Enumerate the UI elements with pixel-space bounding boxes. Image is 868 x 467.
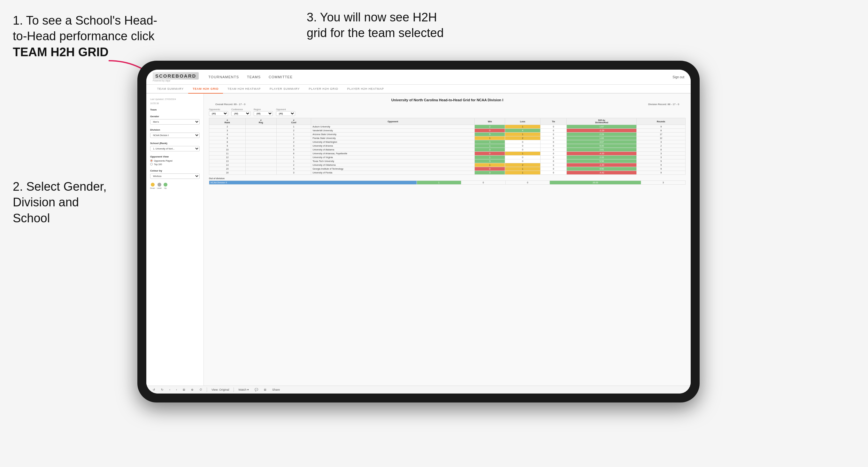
legend-down: Down: [150, 183, 155, 189]
cell-conf: 4: [276, 167, 311, 171]
col-rounds: Rounds: [637, 118, 686, 125]
tab-player-h2h-heatmap[interactable]: PLAYER H2H HEATMAP: [343, 85, 389, 94]
toolbar-share[interactable]: Share: [271, 387, 281, 392]
sign-out-link[interactable]: Sign out: [673, 75, 684, 79]
cell-loss: 1: [505, 132, 540, 136]
cell-win: 0: [475, 152, 505, 156]
cell-tie: 0: [540, 159, 567, 163]
cell-rank: 12: [209, 156, 246, 159]
colour-by-select[interactable]: Win/loss: [150, 174, 200, 179]
tab-player-summary[interactable]: PLAYER SUMMARY: [265, 85, 304, 94]
toolbar-comment[interactable]: 💬: [253, 387, 259, 392]
cell-rank: 10: [209, 148, 246, 152]
table-row: 6 2 Florida State University 1 2 0 1.83 …: [209, 136, 686, 140]
toolbar-clock[interactable]: ⏱: [198, 387, 204, 392]
cell-rounds: 12: [637, 136, 686, 140]
toolbar-copy[interactable]: ⊞: [182, 387, 187, 392]
cell-win: 0: [475, 129, 505, 132]
cell-diff: -4.33: [567, 152, 637, 156]
cell-opponent: Florida State University: [311, 136, 475, 140]
tab-team-h2h-heatmap[interactable]: TEAM H2H HEATMAP: [223, 85, 265, 94]
overall-record-label: Overall Record:: [215, 103, 233, 106]
left-panel: Last Updated: 27/03/2024 16:55:38 Team G…: [146, 94, 204, 385]
cell-opponent: Auburn University: [311, 125, 475, 129]
cell-conf: 6: [276, 152, 311, 156]
cell-win: 0: [475, 167, 505, 171]
cell-opponent: Arizona State University: [311, 132, 475, 136]
cell-conf: 1: [276, 156, 311, 159]
cell-win: 5: [475, 132, 505, 136]
col-loss: Loss: [505, 118, 540, 125]
table-row: 11 6 University of Arkansas, Fayettevill…: [209, 152, 686, 156]
division-record: Division Record: 88 - 17 - 0: [648, 103, 679, 106]
toolbar-view[interactable]: View: Original: [210, 387, 230, 392]
cell-win: 3: [475, 159, 505, 163]
division-select[interactable]: NCAA Division I NCAA Division II NCAA Di…: [150, 132, 200, 138]
out-of-div-label: Out of division: [209, 177, 686, 180]
cell-rank: 4: [209, 132, 246, 136]
opponent-filter-label: Opponent: [276, 108, 295, 111]
cell-rounds: 9: [637, 171, 686, 175]
toolbar-next[interactable]: ›: [175, 387, 178, 392]
toolbar-prev[interactable]: ‹: [168, 387, 172, 392]
cell-opponent: University of Alabama: [311, 148, 475, 152]
cell-opponent: University of Florida: [311, 171, 475, 175]
radio-top100[interactable]: Top 100: [150, 163, 200, 165]
overall-record: Overall Record: 89 - 17 - 0: [215, 103, 245, 106]
toolbar-grid-view[interactable]: ⊞: [262, 387, 268, 392]
cell-rank: 13: [209, 159, 246, 163]
cell-conf: 3: [276, 144, 311, 148]
conference-filter-select[interactable]: (All): [231, 111, 250, 116]
cell-rounds: 3: [641, 181, 686, 185]
cell-diff: 1.83: [567, 136, 637, 140]
division-record-value: 88 - 17 - 0: [668, 103, 679, 106]
last-updated-section: Last Updated: 27/03/2024 16:55:38: [150, 98, 200, 104]
grid-records: Overall Record: 89 - 17 - 0 Division Rec…: [209, 103, 686, 106]
toolbar-redo[interactable]: ↻: [160, 387, 165, 392]
cell-reg: [245, 144, 276, 148]
cell-opponent: University of Arizona: [311, 144, 475, 148]
cell-reg: [245, 152, 276, 156]
nav-teams[interactable]: TEAMS: [247, 74, 261, 80]
bottom-toolbar: ↺ ↻ ‹ › ⊞ ⊕ ⏱ View: Original Watch ▾ 💬 ⊞…: [146, 385, 691, 394]
toolbar-watch[interactable]: Watch ▾: [237, 387, 250, 392]
toolbar-add[interactable]: ⊕: [190, 387, 195, 392]
opponents-filter-group: Opponents: (All): [209, 108, 228, 116]
tab-team-h2h-grid[interactable]: TEAM H2H GRID: [188, 85, 223, 94]
cell-win: 1: [416, 181, 461, 185]
region-filter-select[interactable]: (All): [254, 111, 273, 116]
last-updated-label: Last Updated: 27/03/2024: [150, 98, 200, 100]
cell-win: 1: [475, 136, 505, 140]
legend-dot-level: [157, 183, 161, 187]
colour-by-section: Colour by Win/loss: [150, 169, 200, 179]
cell-diff: -2.29: [567, 129, 637, 132]
gender-label: Gender: [150, 115, 200, 118]
cell-tie: 0: [540, 132, 567, 136]
nav-committee[interactable]: COMMITTEE: [269, 74, 292, 80]
cell-reg: [245, 140, 276, 144]
radio-opponents-played[interactable]: Opponents Played: [150, 159, 200, 162]
col-rank: #Rank: [209, 118, 246, 125]
cell-conf: 2: [276, 140, 311, 144]
toolbar-undo[interactable]: ↺: [151, 387, 157, 392]
opponent-filter-select[interactable]: (All): [276, 111, 295, 116]
cell-loss: 2: [505, 163, 540, 167]
school-select[interactable]: 1. University of Nort...: [150, 146, 200, 151]
tab-team-summary[interactable]: TEAM SUMMARY: [153, 85, 188, 94]
opponents-filter-select[interactable]: (All): [209, 111, 228, 116]
nav-tournaments[interactable]: TOURNAMENTS: [208, 74, 239, 80]
cell-rounds: 9: [637, 159, 686, 163]
division-section: Division NCAA Division I NCAA Division I…: [150, 128, 200, 138]
gender-select[interactable]: Men's Women's: [150, 119, 200, 125]
cell-tie: 0: [540, 171, 567, 175]
cell-win: 2: [475, 125, 505, 129]
cell-reg: [245, 136, 276, 140]
annotation-1: 1. To see a School's Head- to-Head perfo…: [13, 13, 179, 60]
opponent-filter-group: Opponent (All): [276, 108, 295, 116]
tab-player-h2h-grid[interactable]: PLAYER H2H GRID: [304, 85, 342, 94]
cell-diff: -4.42: [567, 171, 637, 175]
cell-opponent: University of Washington: [311, 140, 475, 144]
region-filter-label: Region: [254, 108, 273, 111]
cell-reg: [245, 156, 276, 159]
cell-win: 1: [475, 163, 505, 167]
